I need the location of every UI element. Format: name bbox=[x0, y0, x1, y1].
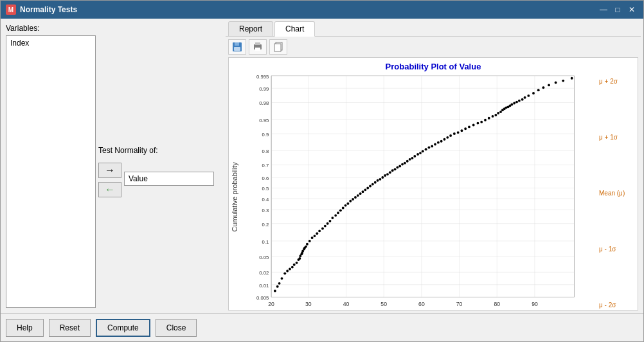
main-window: M Normality Tests — □ ✕ Variables: Index bbox=[0, 0, 644, 342]
svg-point-105 bbox=[371, 183, 374, 186]
svg-point-107 bbox=[377, 179, 379, 182]
svg-point-125 bbox=[422, 150, 424, 152]
svg-text:50: 50 bbox=[380, 301, 387, 307]
svg-rect-5 bbox=[255, 48, 260, 51]
svg-text:80: 80 bbox=[494, 301, 500, 307]
svg-point-142 bbox=[480, 121, 483, 123]
help-button[interactable]: Help bbox=[6, 319, 44, 337]
reset-button[interactable]: Reset bbox=[49, 319, 91, 337]
svg-text:0.95: 0.95 bbox=[259, 118, 269, 123]
test-normality-section: Test Normality of: → ← bbox=[98, 146, 214, 197]
chart-wrapper: Probability Plot of Value Cumulative pro… bbox=[229, 58, 638, 310]
titlebar-controls: — □ ✕ bbox=[597, 4, 638, 15]
close-window-button[interactable]: ✕ bbox=[625, 4, 638, 15]
variable-index[interactable]: Index bbox=[8, 37, 94, 49]
svg-point-116 bbox=[398, 165, 401, 168]
variables-list[interactable]: Index bbox=[6, 35, 96, 308]
arrow-left-button[interactable]: ← bbox=[98, 182, 121, 197]
svg-point-126 bbox=[425, 148, 427, 150]
svg-point-61 bbox=[276, 285, 279, 288]
tab-chart[interactable]: Chart bbox=[274, 21, 315, 37]
right-axis-mu-plus-1: μ + 1σ bbox=[599, 134, 635, 141]
svg-point-147 bbox=[497, 112, 499, 114]
svg-point-97 bbox=[352, 198, 354, 201]
svg-point-98 bbox=[354, 196, 357, 199]
svg-point-157 bbox=[518, 100, 521, 102]
print-button[interactable] bbox=[249, 39, 267, 55]
save-icon bbox=[232, 42, 242, 52]
svg-text:0.3: 0.3 bbox=[262, 208, 269, 213]
svg-point-128 bbox=[431, 145, 433, 148]
svg-text:0.05: 0.05 bbox=[259, 255, 269, 260]
left-panel: Variables: Index Test Normality of: → ← bbox=[1, 19, 226, 313]
svg-point-127 bbox=[428, 146, 431, 148]
svg-point-121 bbox=[411, 157, 414, 159]
svg-text:0.8: 0.8 bbox=[262, 148, 269, 154]
svg-point-106 bbox=[374, 181, 377, 184]
svg-point-69 bbox=[296, 262, 298, 264]
close-button[interactable]: Close bbox=[156, 319, 197, 337]
svg-point-166 bbox=[562, 80, 564, 82]
bottom-buttons: Help Reset Compute Close bbox=[1, 313, 643, 341]
save-button[interactable] bbox=[228, 39, 246, 55]
svg-point-65 bbox=[286, 270, 289, 273]
svg-point-154 bbox=[510, 104, 513, 106]
svg-point-113 bbox=[391, 169, 394, 172]
svg-rect-2 bbox=[234, 47, 240, 51]
svg-point-92 bbox=[339, 209, 342, 212]
svg-point-165 bbox=[555, 82, 557, 84]
svg-point-114 bbox=[394, 168, 397, 170]
svg-text:0.99: 0.99 bbox=[259, 86, 269, 92]
svg-point-115 bbox=[396, 166, 398, 168]
svg-point-101 bbox=[362, 190, 364, 193]
right-axis-mu-plus-2: μ + 2σ bbox=[599, 78, 635, 85]
svg-text:0.2: 0.2 bbox=[262, 222, 269, 228]
svg-point-130 bbox=[437, 141, 440, 144]
svg-text:0.4: 0.4 bbox=[262, 197, 269, 203]
svg-point-86 bbox=[324, 225, 326, 228]
svg-rect-1 bbox=[235, 42, 239, 46]
right-axis-mu-minus-1: μ - 1σ bbox=[599, 246, 635, 253]
svg-point-162 bbox=[537, 89, 540, 91]
arrow-buttons: Test Normality of: → ← bbox=[98, 35, 214, 308]
svg-text:0.6: 0.6 bbox=[262, 176, 269, 181]
svg-point-93 bbox=[342, 207, 344, 210]
svg-point-156 bbox=[515, 101, 518, 104]
svg-point-96 bbox=[349, 200, 352, 203]
tab-report[interactable]: Report bbox=[228, 21, 273, 36]
main-content: Variables: Index Test Normality of: → ← bbox=[1, 19, 643, 313]
maximize-button[interactable]: □ bbox=[611, 4, 624, 15]
arrow-right-button[interactable]: → bbox=[98, 163, 121, 178]
svg-text:0.01: 0.01 bbox=[259, 283, 269, 289]
svg-point-155 bbox=[513, 102, 515, 105]
svg-point-109 bbox=[381, 176, 384, 179]
svg-point-122 bbox=[413, 155, 416, 158]
svg-point-102 bbox=[364, 188, 366, 191]
chart-svg-area: 0.995 0.99 0.98 0.95 0.9 0.8 0.7 0.6 0.5 bbox=[240, 73, 599, 310]
svg-point-141 bbox=[477, 122, 479, 125]
svg-text:30: 30 bbox=[305, 301, 312, 307]
svg-text:40: 40 bbox=[343, 301, 350, 307]
chart-container: Probability Plot of Value Cumulative pro… bbox=[228, 57, 638, 310]
minimize-button[interactable]: — bbox=[597, 4, 610, 15]
test-normality-input[interactable] bbox=[124, 172, 214, 186]
svg-text:0.02: 0.02 bbox=[259, 270, 269, 276]
compute-button[interactable]: Compute bbox=[96, 319, 150, 337]
svg-point-71 bbox=[298, 257, 301, 260]
copy-icon bbox=[273, 42, 283, 52]
svg-rect-4 bbox=[255, 42, 260, 45]
svg-point-99 bbox=[357, 194, 359, 197]
svg-point-67 bbox=[291, 266, 294, 269]
right-axis-mu-minus-2: μ - 2σ bbox=[599, 302, 635, 309]
print-icon bbox=[253, 42, 263, 52]
svg-text:20: 20 bbox=[268, 301, 274, 307]
svg-point-85 bbox=[321, 228, 324, 230]
svg-point-134 bbox=[449, 134, 452, 137]
svg-point-123 bbox=[416, 153, 419, 156]
svg-point-135 bbox=[453, 132, 456, 135]
svg-point-138 bbox=[464, 127, 467, 130]
svg-text:0.5: 0.5 bbox=[262, 186, 269, 192]
svg-point-159 bbox=[524, 96, 526, 99]
copy-button[interactable] bbox=[269, 39, 287, 55]
svg-point-160 bbox=[527, 94, 530, 97]
